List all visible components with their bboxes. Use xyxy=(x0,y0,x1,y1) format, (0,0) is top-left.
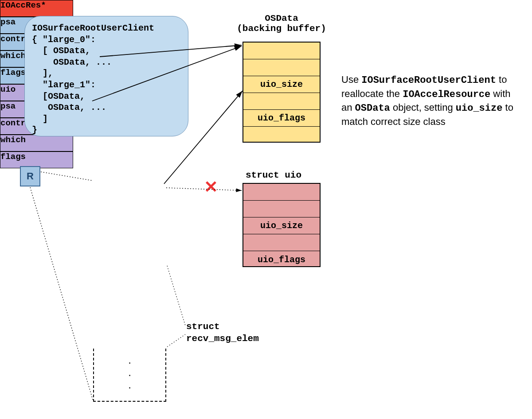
osdata-title: OSData (backing buffer) xyxy=(231,13,332,34)
svg-line-5 xyxy=(30,187,93,401)
uio-row: uio_size xyxy=(243,217,320,234)
osdata-table: uio_size uio_flags xyxy=(243,42,321,143)
uio-row: uio_flags xyxy=(243,251,320,268)
recv-msg-elem-label: struct recv_msg_elem xyxy=(186,321,259,345)
uio-row xyxy=(243,234,320,251)
osdata-row: uio_size xyxy=(243,76,320,93)
svg-line-4 xyxy=(41,172,93,181)
code-title: IOSurfaceRootUserClient xyxy=(32,23,154,33)
uio-table: uio_size uio_flags xyxy=(243,183,321,267)
stack-row-ioaccres: IOAccRes* xyxy=(0,0,73,17)
osdata-row: uio_flags xyxy=(243,110,320,127)
r-box: R xyxy=(20,166,40,186)
stack-continuation: ··· xyxy=(93,349,166,402)
svg-line-7 xyxy=(167,334,185,347)
stack-row: which xyxy=(0,135,73,151)
osdata-row xyxy=(243,59,320,76)
uio-row xyxy=(243,201,320,217)
osdata-row xyxy=(243,127,320,144)
osdata-row xyxy=(243,93,320,110)
svg-line-6 xyxy=(167,266,185,326)
cross-icon: ✕ xyxy=(204,177,218,197)
uio-title: struct uio xyxy=(246,170,301,180)
uio-row xyxy=(243,184,320,201)
description: Use IOSurfaceRootUserClient to reallocat… xyxy=(341,73,519,128)
osdata-row xyxy=(243,43,320,59)
code-box: IOSurfaceRootUserClient { "large_0": [ O… xyxy=(24,16,188,136)
